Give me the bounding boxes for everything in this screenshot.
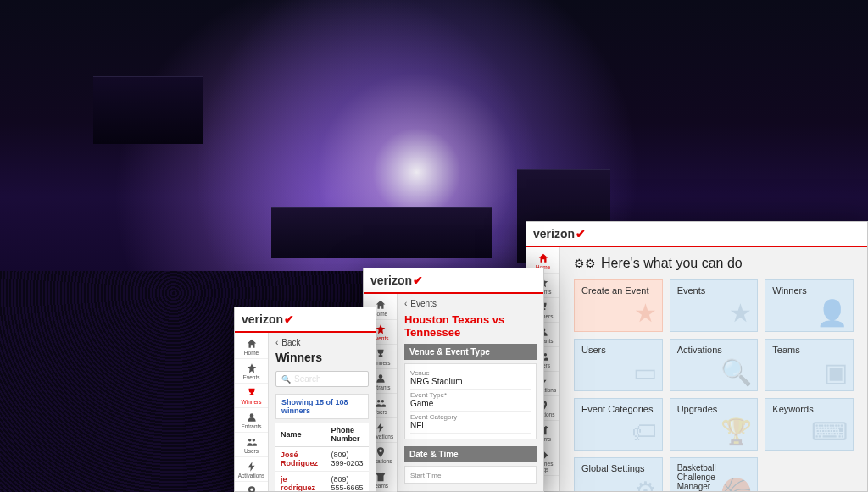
brand-word: verizon — [370, 274, 412, 287]
tile-label: Event Categories — [581, 404, 653, 414]
brand-row: verizon✔ — [235, 307, 376, 333]
sidebar-item-home[interactable]: Home — [235, 334, 268, 359]
gear-icon: ⚙ — [634, 476, 657, 491]
sidebar-item-label: Events — [243, 374, 260, 380]
tile-teams[interactable]: Teams ▣ — [765, 339, 854, 391]
brand-check-icon: ✔ — [576, 227, 586, 240]
sidebar-item-entrants[interactable]: Entrants — [235, 408, 268, 433]
pin-icon — [245, 485, 259, 492]
tile-event-categories[interactable]: Event Categories 🏷 — [574, 398, 663, 451]
tile-label: Upgrades — [677, 404, 718, 414]
panel-event-detail: verizon✔ Home Events Winners Entrants Us… — [363, 268, 544, 492]
tile-events[interactable]: Events ★ — [670, 279, 759, 332]
cell-name: José Rodriguez — [275, 447, 326, 472]
field-label: Event Category — [410, 413, 531, 421]
trophy-icon — [245, 387, 259, 399]
brand-row: verizon✔ — [364, 268, 543, 294]
tile-label: Basketball Challenge Manager — [677, 463, 716, 491]
col-name[interactable]: Name — [275, 423, 326, 447]
event-main: ‹ Events Houston Texans vs Tennessee Ven… — [398, 294, 543, 491]
back-link[interactable]: ‹ Events — [404, 299, 537, 308]
tile-basketball-challenge-manager[interactable]: Basketball Challenge Manager 🏀 — [670, 457, 759, 491]
sidebar-item-events[interactable]: Events — [235, 359, 268, 384]
search-placeholder: Search — [294, 374, 321, 384]
field-value[interactable]: NRG Stadium — [410, 377, 531, 390]
tile-users[interactable]: Users ▭ — [574, 339, 663, 391]
star-plus-icon: ★ — [634, 298, 657, 328]
tile-winners[interactable]: Winners 👤 — [765, 279, 854, 332]
col-phone[interactable]: Phone Number — [326, 423, 369, 447]
star-icon — [245, 362, 259, 374]
home-icon — [537, 252, 550, 264]
home-heading: Here's what you can do — [601, 256, 743, 271]
home-icon — [245, 338, 259, 350]
section-head-datetime: Date & Time — [404, 446, 537, 462]
bolt-icon — [245, 461, 259, 473]
person-icon — [245, 412, 259, 423]
stage-structure — [271, 207, 492, 258]
field-value[interactable]: Game — [410, 399, 531, 412]
field-label: Event Type* — [410, 391, 531, 399]
tag-icon: 🏷 — [632, 417, 657, 446]
jersey-icon: ▣ — [824, 357, 848, 387]
cell-phone: (809) 399-0203 — [326, 447, 369, 472]
tile-label: Keywords — [772, 404, 813, 414]
brand-word: verizon — [533, 227, 575, 240]
sidebar-item-label: Users — [244, 448, 259, 454]
winners-main: ‹ Back Winners 🔍 Search Showing 15 of 10… — [269, 333, 376, 491]
search-input[interactable]: 🔍 Search — [275, 371, 369, 387]
tile-label: Teams — [772, 345, 799, 355]
tile-activations[interactable]: Activations 🔍 — [670, 339, 759, 391]
stage-structure — [93, 76, 203, 144]
results-count: Showing 15 of 108 winners — [275, 394, 369, 419]
chevron-left-icon: ‹ — [275, 338, 278, 347]
brand-word: verizon — [242, 312, 283, 326]
sidebar: Home Events Winners Entrants Users Activ… — [235, 333, 269, 491]
page-title: Winners — [275, 351, 369, 364]
gears-icon: ⚙⚙ — [574, 257, 596, 270]
tile-label: Winners — [772, 285, 806, 296]
tile-global-settings[interactable]: Global Settings ⚙ — [574, 457, 663, 491]
person-icon: 👤 — [816, 298, 848, 328]
tile-label: Activations — [677, 345, 722, 355]
sidebar-item-winners[interactable]: Winners — [235, 384, 268, 408]
field-label: Venue — [410, 369, 531, 377]
tile-label: Global Settings — [581, 463, 645, 473]
field-value[interactable]: NFL — [410, 421, 531, 434]
winners-table: Name Phone Number José Rodriguez (809) 3… — [275, 423, 369, 491]
tile-create-event[interactable]: Create an Event ★ — [574, 279, 663, 332]
tile-keywords[interactable]: Keywords ⌨ — [765, 398, 854, 451]
sidebar-item-label: Winners — [242, 399, 262, 405]
panel-winners: verizon✔ Home Events Winners Entrants Us… — [234, 307, 376, 492]
back-label: Events — [410, 299, 437, 308]
cup-icon: 🏆 — [721, 417, 752, 446]
sidebar-item-users[interactable]: Users — [235, 433, 268, 457]
section-body-datetime: Start Time — [404, 466, 537, 484]
tile-label: Create an Event — [581, 285, 649, 296]
sidebar-item-label: Home — [244, 350, 259, 356]
chevron-left-icon: ‹ — [404, 299, 407, 308]
briefcase-icon: ▭ — [633, 357, 657, 387]
table-row[interactable]: José Rodriguez (809) 399-0203 — [275, 447, 369, 472]
sidebar-item-locations[interactable]: Locations — [235, 482, 268, 492]
tile-label: Users — [581, 345, 606, 355]
tile-upgrades[interactable]: Upgrades 🏆 — [670, 398, 759, 451]
sidebar-item-activations[interactable]: Activations — [235, 457, 268, 482]
search-icon: 🔍 — [721, 357, 752, 387]
table-row[interactable]: je rodriguez (809) 555-6665 — [275, 472, 369, 492]
brand-check-icon: ✔ — [413, 274, 423, 287]
panel-home: verizon✔ Home Events Winners Entrants Us… — [526, 221, 868, 492]
users-icon — [245, 436, 259, 448]
event-title: Houston Texans vs Tennessee — [404, 313, 537, 339]
star-icon: ★ — [729, 298, 752, 328]
home-main: ⚙⚙ Here's what you can do Create an Even… — [560, 247, 867, 491]
cell-phone: (809) 555-6665 — [326, 472, 369, 492]
field-label: Start Time — [410, 472, 531, 479]
tile-label: Events — [677, 285, 706, 296]
cell-name: je rodriguez — [275, 472, 326, 492]
basketball-icon: 🏀 — [721, 478, 752, 491]
sidebar-item-label: Entrants — [241, 423, 261, 429]
brand-check-icon: ✔ — [284, 312, 294, 326]
back-link[interactable]: ‹ Back — [275, 338, 369, 347]
search-icon: 🔍 — [281, 375, 291, 384]
